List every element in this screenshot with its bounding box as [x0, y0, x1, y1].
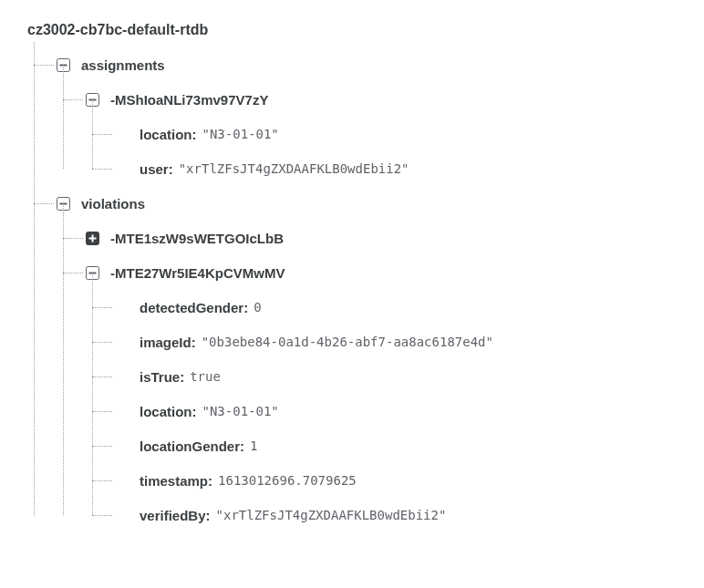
node-row[interactable]: timestamp: 1613012696.7079625 — [115, 463, 677, 498]
leaf-marker — [115, 162, 129, 176]
tree-leaf-timestamp: timestamp: 1613012696.7079625 — [86, 463, 677, 498]
tree-leaf-user: user: "xrTlZFsJT4gZXDAAFKLB0wdEbii2" — [86, 151, 677, 186]
tree-leaf-isTrue: isTrue: true — [86, 359, 677, 394]
node-row[interactable]: location: "N3-01-01" — [115, 117, 677, 151]
leaf-key: location: — [140, 404, 197, 419]
leaf-marker — [115, 301, 129, 315]
leaf-marker — [115, 128, 129, 141]
node-row[interactable]: imageId: "0b3ebe84-0a1d-4b26-abf7-aa8ac6… — [115, 325, 677, 359]
leaf-value: true — [190, 369, 221, 384]
expand-icon[interactable] — [86, 232, 99, 245]
node-row[interactable]: isTrue: true — [115, 359, 677, 394]
tree-leaf-location: location: "N3-01-01" — [86, 117, 677, 151]
leaf-key: isTrue: — [140, 369, 184, 385]
leaf-marker — [115, 439, 129, 453]
node-key: assignments — [81, 57, 165, 73]
leaf-value: 1613012696.7079625 — [218, 473, 357, 488]
node-key: -MTE1szW9sWETGOIcLbB — [110, 231, 284, 246]
tree-node-assignment-id: -MShIoaNLi73mv97V7zY location: "N3-01-01… — [57, 82, 677, 186]
node-row[interactable]: user: "xrTlZFsJT4gZXDAAFKLB0wdEbii2" — [115, 151, 677, 186]
node-row[interactable]: -MTE27Wr5IE4KpCVMwMV — [86, 255, 677, 290]
tree-node-violation-2: -MTE27Wr5IE4KpCVMwMV detectedGender: 0 — [57, 255, 677, 532]
node-row[interactable]: locationGender: 1 — [115, 428, 677, 463]
node-row[interactable]: violations — [57, 186, 677, 221]
svg-rect-8 — [92, 234, 94, 242]
leaf-marker — [115, 405, 129, 418]
leaf-marker — [115, 370, 129, 384]
children: location: "N3-01-01" user: "xrTlZFsJT4gZ… — [86, 117, 677, 186]
node-row[interactable]: assignments — [57, 47, 677, 82]
tree-node-violations: violations -MTE1szW9sWETGOIcLbB — [27, 186, 677, 532]
leaf-marker — [115, 335, 129, 349]
leaf-value: "xrTlZFsJT4gZXDAAFKLB0wdEbii2" — [179, 161, 409, 176]
tree-leaf-verifiedBy: verifiedBy: "xrTlZFsJT4gZXDAAFKLB0wdEbii… — [86, 498, 677, 532]
leaf-key: locationGender: — [140, 438, 244, 454]
leaf-value: "xrTlZFsJT4gZXDAAFKLB0wdEbii2" — [216, 508, 447, 522]
node-row[interactable]: verifiedBy: "xrTlZFsJT4gZXDAAFKLB0wdEbii… — [115, 498, 677, 532]
children: -MTE1szW9sWETGOIcLbB -MTE27Wr5IE4KpCVMwM… — [57, 221, 677, 532]
tree-node-assignments: assignments -MShIoaNLi73mv97V7zY — [27, 47, 677, 186]
tree-leaf-locationGender: locationGender: 1 — [86, 428, 677, 463]
root-children: assignments -MShIoaNLi73mv97V7zY — [27, 47, 677, 532]
tree-leaf-detectedGender: detectedGender: 0 — [86, 290, 677, 325]
leaf-marker — [115, 509, 129, 522]
tree-root: assignments -MShIoaNLi73mv97V7zY — [27, 47, 677, 532]
leaf-key: imageId: — [140, 335, 196, 350]
leaf-value: 1 — [250, 438, 257, 453]
tree-node-violation-1: -MTE1szW9sWETGOIcLbB — [57, 221, 677, 255]
node-key: -MShIoaNLi73mv97V7zY — [110, 92, 268, 108]
leaf-value: "0b3ebe84-0a1d-4b26-abf7-aa8ac6187e4d" — [202, 335, 493, 349]
database-root-label: cz3002-cb7bc-default-rtdb — [27, 18, 677, 47]
leaf-marker — [115, 474, 129, 488]
leaf-value: "N3-01-01" — [202, 127, 279, 141]
leaf-key: verifiedBy: — [140, 508, 211, 523]
leaf-key: detectedGender: — [140, 300, 248, 315]
leaf-value: 0 — [254, 300, 261, 315]
tree-leaf-location: location: "N3-01-01" — [86, 394, 677, 428]
children: detectedGender: 0 imageId: "0b3ebe84-0a1… — [86, 290, 677, 532]
node-key: -MTE27Wr5IE4KpCVMwMV — [110, 265, 285, 281]
node-key: violations — [81, 196, 145, 211]
node-row[interactable]: location: "N3-01-01" — [115, 394, 677, 428]
node-row[interactable]: -MShIoaNLi73mv97V7zY — [86, 82, 677, 117]
node-row[interactable]: -MTE1szW9sWETGOIcLbB — [86, 221, 677, 255]
leaf-key: user: — [140, 161, 173, 177]
children: -MShIoaNLi73mv97V7zY location: "N3-01-01… — [57, 82, 677, 186]
node-row[interactable]: detectedGender: 0 — [115, 290, 677, 325]
leaf-key: location: — [140, 127, 197, 142]
leaf-value: "N3-01-01" — [202, 404, 279, 418]
leaf-key: timestamp: — [140, 473, 212, 489]
tree-leaf-imageId: imageId: "0b3ebe84-0a1d-4b26-abf7-aa8ac6… — [86, 325, 677, 359]
